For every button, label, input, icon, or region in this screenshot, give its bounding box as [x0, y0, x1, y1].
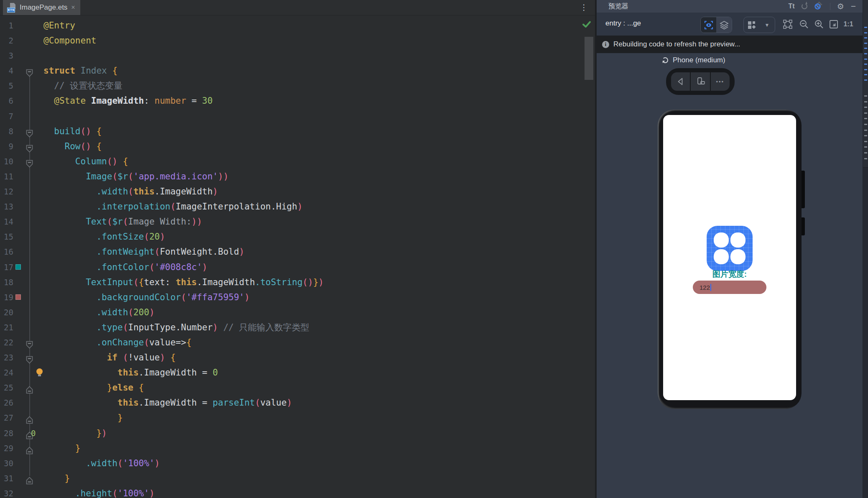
- color-preview-swatch[interactable]: [15, 264, 21, 270]
- fold-end-icon[interactable]: [26, 383, 33, 391]
- fold-end-icon[interactable]: [26, 444, 33, 452]
- editor-pane: ETS ImagePage.ets × ⋮ 1@Entry2@Component…: [0, 0, 596, 498]
- code-line[interactable]: 7: [0, 109, 595, 124]
- line-number: 5: [0, 78, 13, 93]
- hide-panel-icon[interactable]: −: [851, 2, 856, 10]
- code-line[interactable]: 10 Column() {: [0, 154, 595, 169]
- code-line[interactable]: 1@Entry: [0, 18, 595, 33]
- ets-file-icon: ETS: [7, 3, 16, 13]
- editor-scrollbar-thumb[interactable]: [585, 37, 593, 80]
- editor-options-kebab-icon[interactable]: ⋮: [580, 2, 588, 13]
- zoom-in-icon[interactable]: [814, 19, 825, 30]
- code-line[interactable]: 14 Text($r(Image Width:)): [0, 214, 595, 229]
- code-line[interactable]: 31 }: [0, 471, 595, 486]
- more-options-button[interactable]: •••: [710, 72, 730, 91]
- fold-start-icon[interactable]: [26, 127, 33, 135]
- code-text: TextInput({text: this.ImageWidth.toStrin…: [43, 275, 324, 290]
- component-dropdown-caret-icon[interactable]: ▼: [759, 17, 775, 33]
- fold-end-icon[interactable]: [26, 474, 33, 482]
- back-button[interactable]: [671, 72, 690, 91]
- code-line[interactable]: 22 .onChange(value=>{: [0, 335, 595, 350]
- code-text: build() {: [43, 124, 102, 139]
- selection-frame-icon[interactable]: [782, 19, 793, 30]
- code-line[interactable]: 9 Row() {: [0, 139, 595, 154]
- code-line[interactable]: 29 }: [0, 441, 595, 456]
- inspection-ok-check-icon[interactable]: [582, 19, 592, 29]
- code-line[interactable]: 4struct Index {: [0, 63, 595, 78]
- code-line[interactable]: 8 build() {: [0, 124, 595, 139]
- rotate-device-button[interactable]: [690, 72, 710, 91]
- code-line[interactable]: 21 .type(InputType.Number) // 只能输入数字类型: [0, 320, 595, 335]
- preview-app-image[interactable]: [707, 226, 753, 271]
- close-tab-icon[interactable]: ×: [71, 4, 75, 11]
- fold-start-icon[interactable]: [26, 66, 33, 74]
- code-line[interactable]: 15 .fontSize(20): [0, 229, 595, 244]
- font-size-icon[interactable]: Tt: [789, 3, 795, 10]
- code-line[interactable]: 30 .width('100%'): [0, 456, 595, 471]
- line-number: 23: [0, 350, 13, 365]
- code-line[interactable]: 2@Component: [0, 33, 595, 48]
- code-text: .type(InputType.Number) // 只能输入数字类型: [43, 320, 309, 335]
- code-line[interactable]: 24 this.ImageWidth = 0: [0, 365, 595, 380]
- pin-disabled-icon[interactable]: [814, 1, 823, 12]
- zoom-ratio-1-1[interactable]: 1:1: [843, 19, 854, 30]
- notification-text: Rebuilding code to refresh the preview..…: [613, 40, 740, 49]
- code-line[interactable]: 17 .fontColor('#008c8c'): [0, 260, 595, 275]
- settings-gear-icon[interactable]: ⚙: [837, 3, 844, 10]
- fold-start-icon[interactable]: [26, 142, 33, 150]
- code-text: .interpolation(ImageInterpolation.High): [43, 199, 303, 214]
- line-number: 17: [0, 260, 13, 275]
- code-line[interactable]: 23 if (!value) {: [0, 350, 595, 365]
- layers-button[interactable]: [716, 17, 732, 33]
- fold-start-icon[interactable]: [26, 157, 33, 165]
- fold-end-icon[interactable]: [26, 414, 33, 421]
- inspector-eye-button[interactable]: [701, 17, 716, 33]
- code-line[interactable]: 11 Image($r('app.media.icon')): [0, 169, 595, 184]
- code-line[interactable]: 6 @State ImageWidth: number = 30: [0, 93, 595, 108]
- code-line[interactable]: 3: [0, 48, 595, 63]
- code-line[interactable]: 13 .interpolation(ImageInterpolation.Hig…: [0, 199, 595, 214]
- code-text: @Component: [43, 33, 96, 48]
- code-editor[interactable]: 1@Entry2@Component34struct Index {5 // 设…: [0, 16, 595, 498]
- code-line[interactable]: 27 }: [0, 410, 595, 425]
- code-text: .fontWeight(FontWeight.Bold): [43, 244, 244, 259]
- image-width-input[interactable]: 122: [693, 281, 766, 294]
- line-number: 27: [0, 410, 13, 425]
- line-number: 26: [0, 395, 13, 410]
- line-number: 10: [0, 154, 13, 169]
- line-number: 12: [0, 184, 13, 199]
- fold-start-icon[interactable]: [26, 353, 33, 361]
- code-line[interactable]: 20 .width(200): [0, 305, 595, 320]
- device-label[interactable]: Phone (medium): [662, 56, 725, 64]
- code-text: .width(200): [43, 305, 155, 320]
- line-number: 4: [0, 63, 13, 78]
- code-line[interactable]: 5 // 设置状态变量: [0, 78, 595, 93]
- component-grid-button[interactable]: [744, 17, 759, 33]
- code-text: Text($r(Image Width:)): [43, 214, 202, 229]
- code-line[interactable]: 25 }else {: [0, 380, 595, 395]
- sync-icon[interactable]: [802, 3, 807, 9]
- code-line[interactable]: 26 this.ImageWidth = parseInt(value): [0, 395, 595, 410]
- code-line[interactable]: 280 }): [0, 426, 595, 441]
- refresh-icon: [662, 57, 668, 63]
- code-text: Image($r('app.media.icon')): [43, 169, 229, 184]
- line-number: 19: [0, 290, 13, 305]
- code-line[interactable]: 12 .width(this.ImageWidth): [0, 184, 595, 199]
- code-text: Row() {: [43, 139, 102, 154]
- line-number: 25: [0, 380, 13, 395]
- tool-window-stripe[interactable]: [863, 0, 868, 498]
- code-line[interactable]: 19 .backgroundColor('#ffa75959'): [0, 290, 595, 305]
- intention-lightbulb-icon[interactable]: [36, 368, 43, 375]
- zoom-out-icon[interactable]: [799, 19, 809, 30]
- code-line[interactable]: 32 .height('100%'): [0, 486, 595, 498]
- code-text: }): [43, 426, 107, 441]
- ide-window: ETS ImagePage.ets × ⋮ 1@Entry2@Component…: [0, 0, 868, 498]
- fit-to-screen-icon[interactable]: [828, 19, 839, 30]
- code-line[interactable]: 16 .fontWeight(FontWeight.Bold): [0, 244, 595, 259]
- tab-imagepage-ets[interactable]: ETS ImagePage.ets ×: [3, 0, 80, 15]
- previewer-titlebar: 预览器 Tt ⚙ −: [597, 0, 863, 13]
- preview-target-label[interactable]: entry : ...ge: [605, 19, 641, 28]
- code-line[interactable]: 18 TextInput({text: this.ImageWidth.toSt…: [0, 275, 595, 290]
- color-preview-swatch[interactable]: [15, 294, 21, 300]
- fold-start-icon[interactable]: [26, 338, 33, 346]
